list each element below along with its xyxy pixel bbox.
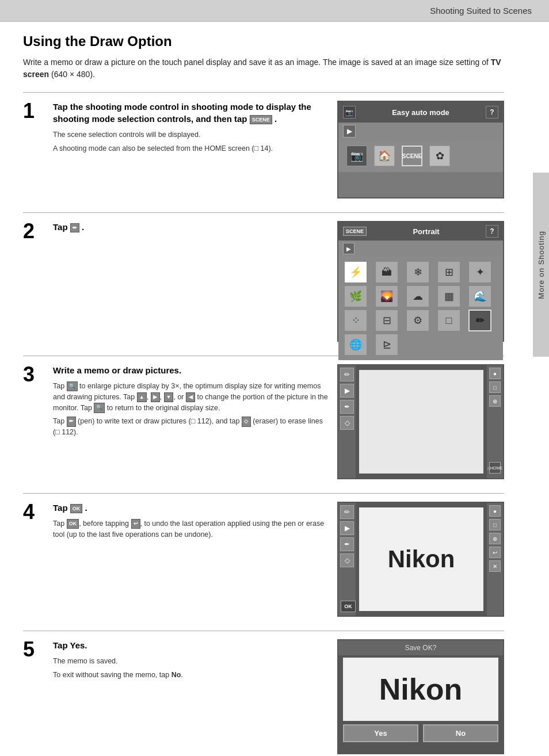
square-btn-4[interactable]: □ <box>489 519 501 530</box>
playback-tool[interactable]: ▶ <box>340 384 354 398</box>
side-tab-label: More on Shooting <box>537 231 546 299</box>
scene-icon-8[interactable]: ☁ <box>406 285 429 307</box>
eraser-tool-4[interactable]: ◇ <box>340 553 354 567</box>
save-nikon-canvas: Nikon <box>343 658 498 721</box>
scene-icon-13[interactable]: ⚙ <box>406 310 429 331</box>
scene-icon-6[interactable]: 🌿 <box>344 285 367 307</box>
scene-icon-1[interactable]: ⚡ <box>344 261 367 283</box>
step-2-main: Tap ✏ . <box>53 221 328 233</box>
scene-icon-inline: SCENE <box>250 115 272 125</box>
step-5: 5 Tap Yes. The memo is saved. To exit wi… <box>23 631 504 754</box>
scene-icon-4[interactable]: ⊞ <box>437 261 460 283</box>
step-4-number: 4 <box>23 502 44 617</box>
square-btn[interactable]: □ <box>489 381 501 393</box>
yes-button[interactable]: Yes <box>343 724 418 742</box>
step-1-sub2: A shooting mode can also be selected fro… <box>53 143 328 154</box>
step-3-sub2: Tap ✏ (pen) to write text or draw pictur… <box>53 416 328 438</box>
ss2-top-bar: SCENE Portrait ? <box>338 222 503 240</box>
step-4-left: Tap OK . Tap OK, before tapping ↩, to un… <box>53 502 328 617</box>
scene-icon-draw[interactable]: ✏ <box>468 310 491 331</box>
easy-auto-mode-screen: 📷 Easy auto mode ? ▶ 📷 🏠 SCENE ✿ <box>337 101 504 198</box>
scene-icon-14[interactable]: □ <box>437 310 460 331</box>
step-4-main: Tap OK . <box>53 502 328 514</box>
step-2-screenshot: SCENE Portrait ? ▶ ⚡ 🏔 ❄ ⊞ ✦ 🌿 🌄 ☁ <box>337 221 504 342</box>
main-content: Using the Draw Option Write a memo or dr… <box>0 22 533 756</box>
no-button[interactable]: No <box>423 724 498 742</box>
zoom-out-icon: 🔍 <box>94 403 105 413</box>
header-bar: Shooting Suited to Scenes <box>0 0 549 22</box>
portrait-label: Portrait <box>367 227 486 236</box>
scene-icon-16[interactable]: ⊵ <box>375 334 398 356</box>
step-3-number: 3 <box>23 364 44 479</box>
down-icon: ▼ <box>164 392 174 403</box>
playback-tool-4[interactable]: ▶ <box>340 521 354 535</box>
ok-icon2: OK <box>67 519 79 529</box>
step-2: 2 Tap ✏ . SCENE Portrait ? ▶ ⚡ <box>23 212 504 342</box>
scene-icon-5[interactable]: ✦ <box>468 261 491 283</box>
mode-btn-scene[interactable]: SCENE <box>402 146 422 166</box>
ss1-top-bar: 📷 Easy auto mode ? <box>338 102 503 123</box>
step-4-sub1: Tap OK, before tapping ↩, to undo the la… <box>53 518 328 540</box>
up-icon: ▲ <box>137 392 147 403</box>
step-1-left: Tap the shooting mode control in shootin… <box>53 101 328 198</box>
scene-icon-7[interactable]: 🌄 <box>375 285 398 307</box>
portrait-screen: SCENE Portrait ? ▶ ⚡ 🏔 ❄ ⊞ ✦ 🌿 🌄 ☁ <box>337 221 504 342</box>
eraser-icon: ◇ <box>242 417 251 427</box>
mode-btn-camera[interactable]: 📷 <box>346 146 367 166</box>
step-5-sub2: To exit without saving the memo, tap No. <box>53 670 328 681</box>
ok-icon-inline: OK <box>70 504 83 514</box>
nikon-draw-screen: ✏ ▶ ✒ ◇ Nikon ● □ ⊕ ↩ ✕ OK <box>337 502 504 617</box>
ok-button[interactable]: OK <box>341 601 356 612</box>
step-5-main: Tap Yes. <box>53 639 328 651</box>
mode-btn-custom[interactable]: ✿ <box>429 146 450 166</box>
step-2-number: 2 <box>23 221 44 342</box>
back-icon: ↩ <box>131 519 140 529</box>
step-2-left: Tap ✏ . <box>53 221 328 342</box>
zoom-btn-4[interactable]: ⊕ <box>489 533 501 544</box>
right-toolbar-4: ● □ ⊕ ↩ ✕ <box>487 503 503 616</box>
step-5-left: Tap Yes. The memo is saved. To exit with… <box>53 639 328 754</box>
question-icon: ? <box>486 106 498 119</box>
step-3: 3 Write a memo or draw pictures. Tap 🔍 t… <box>23 356 504 479</box>
step-5-number: 5 <box>23 639 44 754</box>
mode-btn-photo[interactable]: 🏠 <box>374 146 395 166</box>
step-4-screenshot: ✏ ▶ ✒ ◇ Nikon ● □ ⊕ ↩ ✕ OK <box>337 502 504 617</box>
playback-icon2: ▶ <box>343 243 354 254</box>
draw-canvas[interactable] <box>359 370 483 474</box>
black-dot[interactable]: ● <box>489 368 501 379</box>
scene-icon-15[interactable]: 🌐 <box>344 334 367 356</box>
zoom-btn[interactable]: ⊕ <box>489 395 501 407</box>
step-3-screenshot: ✏ ▶ ✒ ◇ ● □ ⊕ ⌂HOME <box>337 364 504 479</box>
step-1-main: Tap the shooting mode control in shootin… <box>53 101 328 125</box>
left-icon: ◀ <box>186 392 195 403</box>
brush-tool[interactable]: ✒ <box>340 400 354 414</box>
home-btn[interactable]: ⌂HOME <box>489 462 501 474</box>
pen-tool-4[interactable]: ✏ <box>340 505 354 519</box>
pen-icon2: ✏ <box>67 417 76 427</box>
scene-icon-11[interactable]: ⁘ <box>344 310 367 331</box>
save-ok-screen: Save OK? Nikon Yes No <box>337 639 504 754</box>
side-tab: More on Shooting <box>533 173 549 357</box>
header-title: Shooting Suited to Scenes <box>430 6 532 16</box>
close-btn[interactable]: ✕ <box>489 560 501 572</box>
draw-interface-screen: ✏ ▶ ✒ ◇ ● □ ⊕ ⌂HOME <box>337 364 504 479</box>
scene-icon-10[interactable]: 🌊 <box>468 285 491 307</box>
intro-text: Write a memo or draw a picture on the to… <box>23 56 504 81</box>
eraser-tool[interactable]: ◇ <box>340 416 354 430</box>
camera-icon: 📷 <box>343 106 356 119</box>
zoom-in-icon: 🔍 <box>67 381 78 392</box>
pen-tool[interactable]: ✏ <box>340 368 354 381</box>
scene-icon-12[interactable]: ⊟ <box>375 310 398 331</box>
scene-grid: ⚡ 🏔 ❄ ⊞ ✦ 🌿 🌄 ☁ ▦ 🌊 ⁘ ⊟ ⚙ □ ✏ 🌐 ⊵ <box>338 257 503 360</box>
scene-icon-2[interactable]: 🏔 <box>375 261 398 283</box>
undo-btn[interactable]: ↩ <box>489 547 501 558</box>
step-1-number: 1 <box>23 101 44 198</box>
pen-icon-inline: ✏ <box>70 223 79 233</box>
left-toolbar: ✏ ▶ ✒ ◇ <box>338 365 356 478</box>
black-dot-4[interactable]: ● <box>489 505 501 517</box>
scene-icon-3[interactable]: ❄ <box>406 261 429 283</box>
scene-icon-9[interactable]: ▦ <box>437 285 460 307</box>
right-toolbar: ● □ ⊕ ⌂HOME <box>487 365 503 478</box>
step-1-screenshot: 📷 Easy auto mode ? ▶ 📷 🏠 SCENE ✿ <box>337 101 504 198</box>
brush-tool-4[interactable]: ✒ <box>340 537 354 551</box>
